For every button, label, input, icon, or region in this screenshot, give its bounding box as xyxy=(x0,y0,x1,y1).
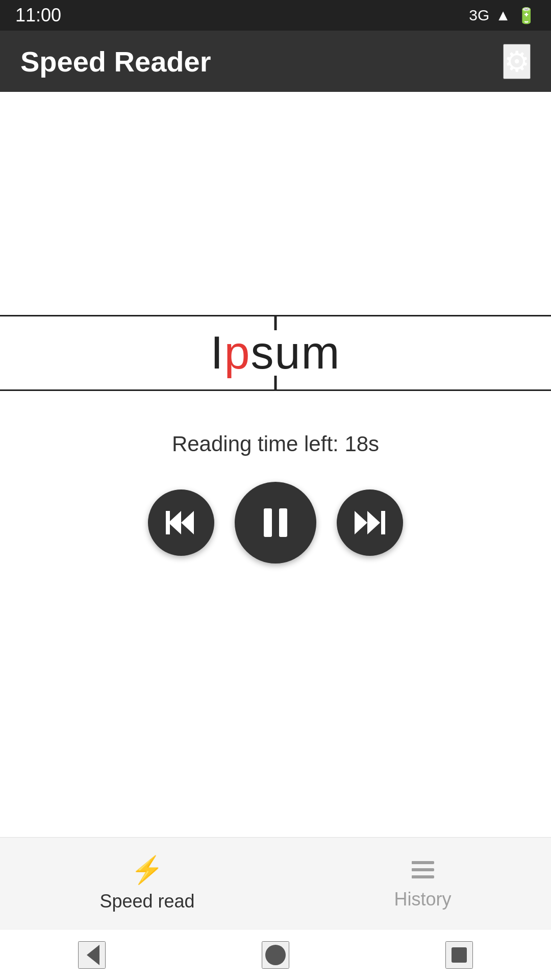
bottom-nav: ⚡ Speed read History xyxy=(0,837,551,929)
guide-line-top xyxy=(0,315,551,316)
svg-rect-5 xyxy=(381,511,385,534)
pause-button[interactable] xyxy=(235,482,316,564)
history-label: History xyxy=(394,889,452,910)
home-button[interactable] xyxy=(262,941,289,969)
svg-rect-11 xyxy=(412,875,416,878)
back-button[interactable] xyxy=(78,941,106,969)
signal-icon: ▲ xyxy=(495,7,511,24)
back-icon xyxy=(79,942,105,968)
speed-read-label: Speed read xyxy=(99,891,194,912)
svg-marker-12 xyxy=(87,945,99,965)
svg-rect-9 xyxy=(412,861,416,864)
word-focus-letter: p xyxy=(224,327,251,378)
pause-icon xyxy=(264,508,287,537)
fast-forward-button[interactable] xyxy=(337,489,403,556)
history-icon xyxy=(410,857,436,884)
controls-area: Reading time left: 18s xyxy=(0,391,551,615)
svg-rect-10 xyxy=(412,868,416,871)
playback-controls xyxy=(148,482,403,564)
guide-line-bottom xyxy=(0,389,551,391)
system-nav xyxy=(0,929,551,980)
app-title: Speed Reader xyxy=(20,45,211,78)
pause-bar-right xyxy=(279,508,287,537)
rewind-icon xyxy=(166,508,196,537)
guide-tick-bottom xyxy=(274,376,277,391)
network-indicator: 3G xyxy=(469,7,489,24)
status-icons: 3G ▲ 🔋 xyxy=(469,7,536,24)
word-suffix: sum xyxy=(251,327,341,378)
main-content: Ipsum Reading time left: 18s xyxy=(0,92,551,837)
app-bar: Speed Reader ⚙ xyxy=(0,31,551,92)
svg-marker-4 xyxy=(367,511,380,534)
lightning-icon: ⚡ xyxy=(131,854,164,886)
home-icon xyxy=(263,942,288,968)
svg-marker-0 xyxy=(168,511,181,534)
pause-bar-left xyxy=(264,508,272,537)
recent-button[interactable] xyxy=(445,941,473,969)
word-display-area: Ipsum xyxy=(0,315,551,391)
status-bar: 11:00 3G ▲ 🔋 xyxy=(0,0,551,31)
word-prefix: I xyxy=(210,327,224,378)
fast-forward-icon xyxy=(355,508,385,537)
guide-tick-top xyxy=(274,315,277,330)
svg-rect-14 xyxy=(452,947,467,963)
svg-marker-3 xyxy=(355,511,367,534)
recent-icon xyxy=(446,942,472,968)
status-time: 11:00 xyxy=(15,5,61,26)
svg-rect-2 xyxy=(166,511,170,534)
svg-marker-1 xyxy=(181,511,194,534)
svg-point-13 xyxy=(265,945,286,965)
nav-item-history[interactable]: History xyxy=(394,857,452,910)
rewind-button[interactable] xyxy=(148,489,214,556)
nav-item-speed-read[interactable]: ⚡ Speed read xyxy=(99,854,194,912)
battery-icon: 🔋 xyxy=(517,7,536,24)
reading-time-label: Reading time left: 18s xyxy=(172,432,379,456)
settings-button[interactable]: ⚙ xyxy=(503,44,531,79)
